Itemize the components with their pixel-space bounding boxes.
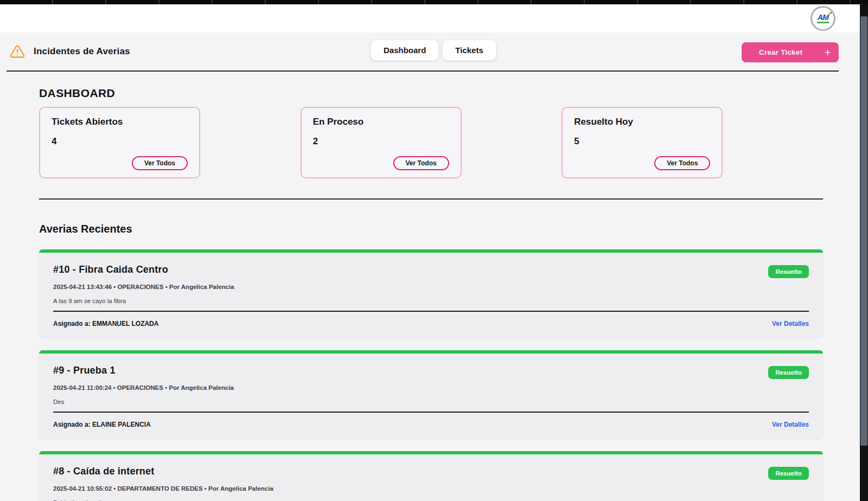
assigned-to: Asignado a: EMMANUEL LOZADA [53,320,158,327]
scrollbar-track[interactable] [860,4,868,501]
ver-detalles-link[interactable]: Ver Detalles [772,421,809,428]
ticket-title: #8 - Caída de internet [53,466,154,477]
main-content: DASHBOARD Tickets Abiertos 4 Ver Todos E… [0,87,860,501]
ticket-divider [53,311,809,312]
stat-label: Tickets Abiertos [52,117,188,127]
ticket-meta: 2025-04-21 11:00:24 • OPERACIONES • Por … [53,384,809,391]
stat-value: 2 [313,136,449,147]
ticket-meta: 2025-04-21 13:43:46 • OPERACIONES • Por … [53,284,809,290]
ver-todos-button[interactable]: Ver Todos [393,156,449,170]
stat-label: Resuelto Hoy [574,117,710,127]
app-header: Incidentes de Averias Dashboard Tickets … [0,33,860,70]
ver-todos-button[interactable]: Ver Todos [654,156,710,170]
stats-grid: Tickets Abiertos 4 Ver Todos En Proceso … [39,107,823,178]
stat-value: 4 [52,136,188,147]
stat-card-tickets-abiertos: Tickets Abiertos 4 Ver Todos [39,107,200,178]
browser-tab-strip [0,0,868,4]
warning-triangle-icon [10,44,25,59]
dashboard-section-title: DASHBOARD [39,87,823,100]
assigned-to: Asignado a: ELAINE PALENCIA [53,421,151,428]
stat-card-resuelto-hoy: Resuelto Hoy 5 Ver Todos [561,107,723,178]
avatar[interactable]: AM [810,6,835,31]
ticket-card: #10 - Fibra Caida Centro Resuelto 2025-0… [39,249,823,338]
create-ticket-button[interactable]: Crear Ticket + [742,42,839,62]
plus-icon: + [825,47,831,58]
brand-logo: AM [817,14,829,23]
page-title: Incidentes de Averias [34,46,130,57]
recent-section-title: Averias Recientes [39,223,823,235]
ticket-card: #9 - Prueba 1 Resuelto 2025-04-21 11:00:… [39,350,823,439]
header-title-group: Incidentes de Averias [10,44,130,59]
stat-value: 5 [574,136,710,147]
stat-label: En Proceso [313,117,449,127]
ticket-description: Des [53,399,809,405]
browser-toolbar: AM [0,4,868,33]
ver-todos-button[interactable]: Ver Todos [132,156,188,170]
ticket-description: A las 9 am se cayo la fibra [53,298,809,304]
main-nav: Dashboard Tickets [371,40,496,61]
brand-logo-underline [817,22,829,23]
ticket-list: #10 - Fibra Caida Centro Resuelto 2025-0… [39,249,823,501]
stat-card-en-proceso: En Proceso 2 Ver Todos [301,107,462,178]
nav-tickets-button[interactable]: Tickets [442,40,496,61]
ticket-divider [53,412,809,413]
ticket-body: #8 - Caída de internet Resuelto 2025-04-… [39,454,823,501]
ticket-body: #9 - Prueba 1 Resuelto 2025-04-21 11:00:… [39,354,823,439]
arrow-swoosh-icon [826,11,833,17]
status-badge: Resuelto [768,366,809,379]
nav-dashboard-button[interactable]: Dashboard [371,40,439,61]
ticket-meta: 2025-04-21 10:55:02 • DEPARTAMENTO DE RE… [53,485,809,492]
ver-detalles-link[interactable]: Ver Detalles [772,320,809,327]
scrollbar-thumb[interactable] [860,16,867,446]
header-divider [7,70,839,72]
ticket-title: #10 - Fibra Caida Centro [53,264,168,275]
ticket-card: #8 - Caída de internet Resuelto 2025-04-… [39,451,823,501]
section-divider [39,198,823,200]
status-badge: Resuelto [768,265,809,278]
app-window: Incidentes de Averias Dashboard Tickets … [0,33,860,501]
status-badge: Resuelto [768,467,809,480]
ticket-title: #9 - Prueba 1 [53,365,116,376]
ticket-body: #10 - Fibra Caida Centro Resuelto 2025-0… [39,253,823,338]
create-ticket-label: Crear Ticket [759,48,802,56]
